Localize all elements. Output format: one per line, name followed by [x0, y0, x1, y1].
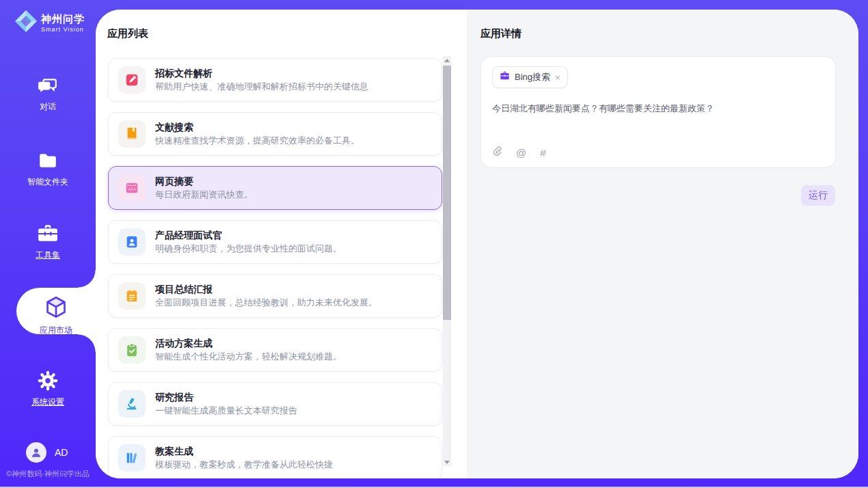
sidebar-item-app-market[interactable]: 应用市场 — [16, 288, 96, 334]
mention-icon[interactable]: @ — [516, 147, 526, 159]
user-name: AD — [55, 447, 68, 458]
web-window-icon: </> — [118, 174, 146, 202]
app-card-title: 文献搜索 — [155, 120, 360, 134]
app-card[interactable]: 招标文件解析 帮助用户快速、准确地理解和解析招标书中的关键信息 — [108, 58, 442, 102]
run-button[interactable]: 运行 — [801, 185, 835, 206]
paperclip-icon[interactable] — [492, 146, 502, 159]
tool-tag-label: Bing搜索 — [515, 71, 550, 83]
app-card-title: 活动方案生成 — [155, 336, 342, 350]
app-card-description: 明确身份和职责，为您提供专业性的面试问题。 — [155, 243, 342, 256]
app-card-description: 模板驱动，教案秒成，教学准备从此轻松快捷 — [155, 459, 333, 472]
app-card-title: 网页摘要 — [155, 174, 253, 188]
app-card[interactable]: 项目总结汇报 全面回顾项目进展，总结经验教训，助力未来优化发展。 — [108, 274, 442, 318]
sidebar-item-toolset[interactable]: 工具集 — [0, 223, 96, 261]
tool-tag-bing-search[interactable]: Bing搜索 × — [492, 66, 568, 88]
app-logo: 神州问学 Smart Vision — [0, 8, 96, 37]
toolbox-icon — [0, 223, 96, 244]
diamond-logo-icon — [14, 8, 38, 37]
app-card-title: 研究报告 — [155, 390, 297, 404]
app-card[interactable]: 活动方案生成 智能生成个性化活动方案，轻松解决规划难题。 — [108, 328, 442, 372]
notepad-icon — [118, 282, 146, 310]
brand-subtitle: Smart Vision — [41, 26, 85, 33]
app-card-description: 帮助用户快速、准确地理解和解析招标书中的关键信息 — [155, 81, 368, 94]
folder-icon — [0, 150, 96, 171]
app-card-description: 全面回顾项目进展，总结经验教训，助力未来优化发展。 — [155, 297, 377, 310]
app-card-description: 每日政府新闻资讯快查。 — [155, 189, 253, 202]
attachment-toolbar: @ # — [492, 146, 546, 159]
app-card-description: 一键智能生成高质量长文本研究报告 — [155, 405, 297, 418]
app-card[interactable]: </> 网页摘要 每日政府新闻资讯快查。 — [108, 166, 442, 210]
app-card[interactable]: 教案生成 模板驱动，教案秒成，教学准备从此轻松快捷 — [108, 436, 442, 478]
app-card[interactable]: 文献搜索 快速精准查找学术资源，提高研究效率的必备工具。 — [108, 112, 442, 156]
user-account[interactable]: AD — [26, 442, 68, 463]
app-detail-title: 应用详情 — [480, 27, 521, 40]
sidebar-item-chat[interactable]: 对话 — [0, 75, 96, 113]
edit-square-icon — [118, 66, 146, 94]
scrollbar-thumb[interactable] — [443, 66, 451, 320]
app-card[interactable]: 产品经理面试官 明确身份和职责，为您提供专业性的面试问题。 — [108, 220, 442, 264]
app-list-section: 应用列表 招标文件解析 帮助用户快速、准确地理解和解析招标书中的关键信息 文献搜… — [96, 10, 467, 478]
app-card[interactable]: 研究报告 一键智能生成高质量长文本研究报告 — [108, 382, 442, 426]
brand-name: 神州问学 — [41, 13, 85, 26]
sidebar: 神州问学 Smart Vision 对话 智能文件夹 工具集 应用市场 — [0, 0, 96, 488]
sidebar-item-label: 系统设置 — [0, 396, 96, 408]
app-card-title: 招标文件解析 — [155, 66, 368, 80]
app-card-title: 教案生成 — [155, 444, 333, 458]
sidebar-item-smart-folder[interactable]: 智能文件夹 — [0, 150, 96, 188]
app-card-description: 智能生成个性化活动方案，轻松解决规划难题。 — [155, 351, 342, 364]
cube-icon — [16, 296, 96, 319]
main-panel: 应用列表 招标文件解析 帮助用户快速、准确地理解和解析招标书中的关键信息 文献搜… — [96, 10, 858, 478]
book-icon — [118, 120, 146, 148]
app-list-title: 应用列表 — [107, 27, 148, 40]
app-detail-section: 应用详情 Bing搜索 × 今日湖北有哪些新闻要点？有哪些需要关注的最新政策？ … — [467, 10, 858, 478]
scroll-down-arrow-icon[interactable] — [443, 458, 451, 466]
interview-doc-icon — [118, 228, 146, 256]
hashtag-icon[interactable]: # — [540, 147, 545, 159]
app-card-title: 产品经理面试官 — [155, 228, 342, 242]
app-card-title: 项目总结汇报 — [155, 282, 377, 296]
scrollbar[interactable] — [443, 56, 451, 466]
app-card-list: 招标文件解析 帮助用户快速、准确地理解和解析招标书中的关键信息 文献搜索 快速精… — [108, 58, 442, 478]
prompt-card: Bing搜索 × 今日湖北有哪些新闻要点？有哪些需要关注的最新政策？ @ # — [480, 56, 836, 168]
scroll-up-arrow-icon[interactable] — [443, 56, 451, 64]
books-icon — [118, 444, 146, 472]
copyright-footer: ©神州数码·神州问学出品 — [0, 469, 96, 479]
sidebar-item-label: 对话 — [0, 101, 96, 113]
sidebar-item-label: 工具集 — [0, 249, 96, 261]
briefcase-icon — [500, 71, 510, 83]
sidebar-item-label: 智能文件夹 — [0, 176, 96, 188]
sidebar-item-label: 应用市场 — [16, 325, 96, 336]
prompt-input[interactable]: 今日湖北有哪些新闻要点？有哪些需要关注的最新政策？ — [492, 102, 824, 116]
chat-icon — [0, 75, 96, 96]
avatar — [26, 442, 46, 463]
clipboard-check-icon — [118, 336, 146, 364]
sidebar-item-settings[interactable]: 系统设置 — [0, 370, 96, 408]
app-card-description: 快速精准查找学术资源，提高研究效率的必备工具。 — [155, 135, 360, 148]
svg-text:</>: </> — [128, 187, 136, 192]
microscope-icon — [118, 390, 146, 418]
gear-icon — [0, 370, 96, 391]
tag-close-icon[interactable]: × — [555, 73, 560, 82]
